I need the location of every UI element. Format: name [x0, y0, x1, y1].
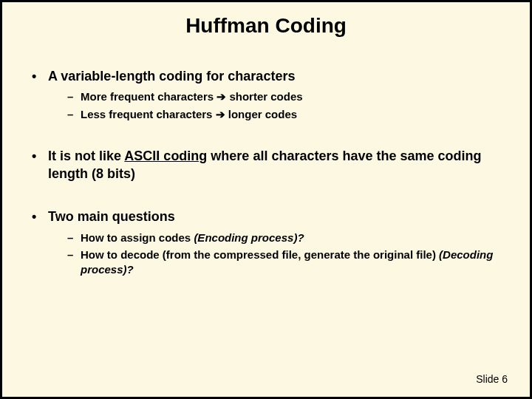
bullet-list: A variable-length coding for characters … [24, 67, 508, 277]
slide-title: Huffman Coding [24, 14, 508, 38]
slide-number: Slide 6 [476, 373, 508, 385]
sub-encoding: How to assign codes (Encoding process)? [67, 231, 508, 245]
sub-more-frequent: More frequent characters ➔ shorter codes [67, 89, 508, 104]
italic-text: (Encoding process)? [194, 231, 304, 244]
underlined-text: ASCII coding [124, 149, 207, 163]
text-part: shorter codes [226, 90, 302, 103]
bullet-two-questions: Two main questions How to assign codes (… [32, 208, 508, 277]
bullet-text: A variable-length coding for characters [48, 69, 295, 83]
sub-list: How to assign codes (Encoding process)? … [48, 231, 508, 278]
arrow-icon: ➔ [216, 90, 226, 103]
bullet-text: Two main questions [48, 209, 175, 224]
text-part: How to assign codes [81, 231, 194, 244]
slide: Huffman Coding A variable-length coding … [0, 0, 532, 399]
sub-decoding: How to decode (from the compressed file,… [67, 248, 508, 278]
text-part: How to decode (from the compressed file,… [81, 248, 439, 261]
arrow-icon: ➔ [216, 108, 225, 120]
sub-less-frequent: Less frequent characters ➔ longer codes [67, 107, 508, 122]
text-part: Less frequent characters [81, 108, 216, 120]
bullet-variable-length: A variable-length coding for characters … [32, 67, 508, 122]
sub-list: More frequent characters ➔ shorter codes… [48, 89, 508, 122]
text-part: It is not like [48, 149, 124, 163]
text-part: More frequent characters [81, 90, 216, 103]
bullet-not-ascii: It is not like ASCII coding where all ch… [32, 147, 508, 183]
text-part: longer codes [225, 108, 298, 120]
